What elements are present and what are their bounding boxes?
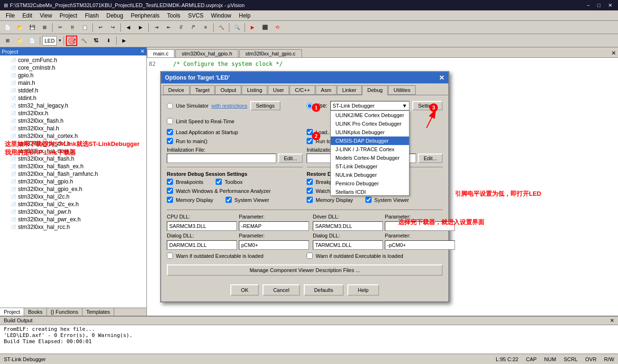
menu-edit[interactable]: Edit [18, 11, 36, 20]
breakpoints-cb-r[interactable] [307, 179, 313, 185]
dialog-close-btn[interactable]: ✕ [439, 74, 445, 82]
dropdown-models[interactable]: Models Cortex-M Debugger [331, 154, 409, 162]
rebuild-btn[interactable]: 🏗 [91, 36, 102, 46]
tab-close-icon[interactable]: ✕ [609, 49, 618, 57]
sidebar-item-9[interactable]: 📄stm32l0xx_hal.h [1, 125, 145, 132]
sidebar-item-21[interactable]: 📄stm32l0xx_hal_pwr_ex.h [1, 216, 145, 223]
sidebar-item-1[interactable]: 📄core_cmInstr.h [1, 64, 145, 72]
copy-btn[interactable]: ⎘ [67, 22, 78, 33]
sidebar-item-8[interactable]: 📄stm32l0xx_flash.h [1, 117, 145, 125]
sidebar-tab-books[interactable]: Books [24, 308, 47, 316]
dialog-tab-user[interactable]: User [268, 85, 289, 95]
memory-cb-r[interactable] [307, 197, 313, 203]
ok-btn[interactable]: OK [230, 284, 259, 296]
sidebar-item-3[interactable]: 📄main.h [1, 79, 145, 87]
dialog-tab-listing[interactable]: Listing [242, 85, 267, 95]
sidebar-item-15[interactable]: 📄stm32l0xx_hal_flash_ramfunc.h [1, 170, 145, 178]
init-file-input[interactable] [167, 154, 276, 163]
tab-main-c[interactable]: main.c [147, 49, 174, 57]
help-btn[interactable]: Help [347, 284, 379, 296]
menu-tools[interactable]: Tools [164, 11, 184, 20]
load-app-cb-r[interactable] [307, 129, 313, 135]
sidebar-item-16[interactable]: 📄stm32l0xx_hal_gpio.h [1, 178, 145, 185]
cancel-btn[interactable]: Cancel [263, 284, 300, 296]
find-btn[interactable]: 🔍 [231, 22, 243, 33]
driver-dll-input[interactable] [313, 221, 383, 231]
menu-svcs[interactable]: SVCS [184, 11, 208, 20]
files-btn[interactable]: 📁 [14, 36, 26, 46]
init-edit-btn-r[interactable]: Edit... [418, 154, 443, 163]
menu-flash[interactable]: Flash [81, 11, 102, 20]
sidebar-close-icon[interactable]: ✕ [140, 48, 145, 55]
undo-btn[interactable]: ↩ [95, 22, 106, 33]
cpu-param-input[interactable] [239, 221, 309, 231]
breakpoints-cb[interactable] [167, 179, 173, 185]
use-select-display[interactable]: ST-Link Debugger ▼ [330, 101, 410, 110]
dialog-dll-input[interactable] [167, 240, 237, 250]
options-dialog[interactable]: Options for Target 'LED' ✕ Device Target… [160, 71, 449, 302]
open-btn[interactable]: 📂 [14, 22, 26, 33]
toolbox-cb[interactable] [216, 179, 222, 185]
run-to-main-cb[interactable] [167, 138, 173, 144]
format-btn[interactable]: ≡ [200, 22, 211, 33]
dialog-tab-cpp[interactable]: C/C++ [290, 85, 315, 95]
uncomment-btn[interactable]: /* [188, 22, 199, 33]
menu-project[interactable]: Project [56, 11, 81, 20]
cpu-dll-input[interactable] [167, 221, 237, 231]
init-edit-btn[interactable]: Edit... [278, 154, 303, 163]
sidebar-item-17[interactable]: 📄stm32l0xx_hal_gpio_ex.h [1, 185, 145, 193]
dialog-param2-input[interactable] [385, 240, 455, 250]
sidebar-item-0[interactable]: 📄core_cmFunc.h [1, 56, 145, 64]
menu-window[interactable]: Window [207, 11, 235, 20]
dropdown-nulink[interactable]: NULink Debugger [331, 171, 409, 179]
project-btn[interactable]: ⊞ [2, 36, 13, 46]
sidebar-item-5[interactable]: 📄stdint.h [1, 94, 145, 102]
sidebar-item-13[interactable]: 📄stm32l0xx_hal_flash.h [1, 155, 145, 163]
warn-cb-r[interactable] [307, 253, 313, 259]
use-radio[interactable] [307, 103, 313, 109]
redo-btn[interactable]: ↪ [107, 22, 118, 33]
close-button[interactable]: ✕ [606, 2, 614, 9]
dialog-param-input[interactable] [239, 240, 309, 250]
dropdown-ulinkplus[interactable]: ULINKplus Debugger [331, 128, 409, 136]
sidebar-tab-project[interactable]: Project [0, 308, 24, 316]
minimize-button[interactable]: − [585, 2, 591, 9]
sidebar-item-10[interactable]: 📄stm32l0xx_hal_cortex.h [1, 132, 145, 140]
warn-cb-l[interactable] [167, 253, 173, 259]
cut-btn[interactable]: ✂ [55, 22, 66, 33]
sidebar-item-11[interactable]: 📄stm32l0xx_hal_def.h [1, 140, 145, 147]
manage-btn[interactable]: Manage Component Viewer Description File… [167, 264, 443, 276]
outdent-btn[interactable]: ⇤ [163, 22, 174, 33]
sidebar-item-19[interactable]: 📄stm32l0xx_hal_i2c_ex.h [1, 200, 145, 208]
simulator-radio[interactable] [167, 103, 173, 109]
dialog-tab-debug[interactable]: Debug [362, 85, 388, 95]
watch-cb[interactable] [167, 188, 173, 194]
sidebar-item-4[interactable]: 📄stddef.h [1, 87, 145, 94]
sidebar-tab-functions[interactable]: {} Functions [47, 308, 82, 316]
dialog-tab-output[interactable]: Output [215, 85, 241, 95]
start-debug-btn[interactable]: ▶ [118, 36, 130, 46]
simulator-settings-btn[interactable]: Settings [250, 101, 281, 110]
build2-btn[interactable]: 🔨 [78, 36, 90, 46]
menu-peripherals[interactable]: Peripherals [127, 11, 164, 20]
sidebar-item-20[interactable]: 📄stm32l0xx_hal_pwr.h [1, 208, 145, 216]
sidebar-item-6[interactable]: 📄stm32_hal_legacy.h [1, 102, 145, 109]
save-all-btn[interactable]: ⊞ [39, 22, 50, 33]
dropdown-stellaris[interactable]: Stellaris ICDI [331, 188, 409, 196]
dialog-tab-utilities[interactable]: Utilities [388, 85, 415, 95]
nav-fwd-btn[interactable]: ▶ [135, 22, 146, 33]
sidebar-item-12[interactable]: 📄stm32l0xx_hal_dma.h [1, 147, 145, 155]
dropdown-pemicro[interactable]: Pemicro Debugger [331, 179, 409, 188]
dialog-tab-asm[interactable]: Asm [316, 85, 336, 95]
dialog-dll2-input[interactable] [313, 240, 383, 250]
system-cb-r[interactable] [365, 197, 372, 203]
use-dropdown-arrow[interactable]: ▼ [402, 103, 407, 109]
defaults-btn[interactable]: Defaults [304, 284, 344, 296]
system-cb[interactable] [226, 197, 232, 203]
sidebar-item-7[interactable]: 📄stm32l0xx.h [1, 109, 145, 117]
new-file-btn[interactable]: 📄 [2, 22, 13, 33]
maximize-button[interactable]: □ [595, 2, 602, 9]
nav-back-btn[interactable]: ◀ [123, 22, 134, 33]
comment-btn[interactable]: // [175, 22, 187, 33]
paste-btn[interactable]: 📋 [79, 22, 91, 33]
